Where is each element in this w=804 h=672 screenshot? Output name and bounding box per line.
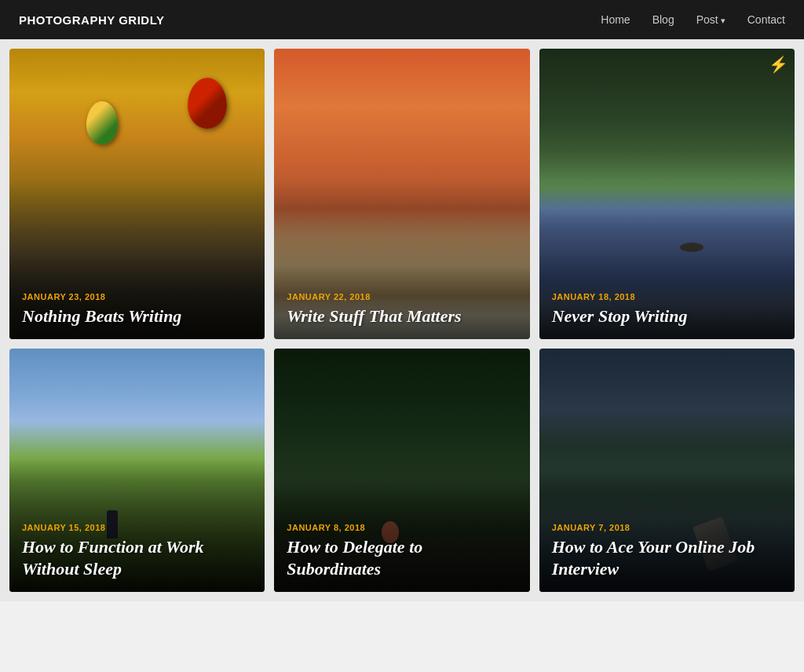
card-3-info: JANUARY 18, 2018 Never Stop Writing (552, 292, 782, 327)
card-2-info: JANUARY 22, 2018 Write Stuff That Matter… (287, 292, 517, 327)
nav-brand[interactable]: PHOTOGRAPHY GRIDLY (19, 13, 164, 27)
card-4-date: JANUARY 15, 2018 (22, 523, 252, 532)
card-never-stop-writing[interactable]: ⚡ JANUARY 18, 2018 Never Stop Writing (539, 49, 795, 339)
nav-link-home[interactable]: Home (601, 13, 630, 26)
card-6-info: JANUARY 7, 2018 How to Ace Your Online J… (552, 523, 782, 579)
card-4-title: How to Function at Work Without Sleep (22, 536, 252, 579)
card-3-title: Never Stop Writing (552, 305, 782, 327)
card-4-info: JANUARY 15, 2018 How to Function at Work… (22, 523, 252, 579)
card-1-date: JANUARY 23, 2018 (22, 292, 252, 301)
card-online-interview[interactable]: JANUARY 7, 2018 How to Ace Your Online J… (539, 349, 795, 592)
nav-links: Home Blog Post Contact (601, 13, 785, 27)
card-function-at-work[interactable]: JANUARY 15, 2018 How to Function at Work… (9, 349, 265, 592)
nav-item-post[interactable]: Post (696, 13, 725, 27)
card-5-info: JANUARY 8, 2018 How to Delegate to Subor… (287, 523, 517, 579)
card-1-info: JANUARY 23, 2018 Nothing Beats Writing (22, 292, 252, 327)
lightning-badge: ⚡ (769, 55, 788, 74)
nav-link-blog[interactable]: Blog (652, 13, 674, 26)
post-grid: JANUARY 23, 2018 Nothing Beats Writing J… (0, 39, 804, 601)
card-6-title: How to Ace Your Online Job Interview (552, 536, 782, 579)
nav-link-post[interactable]: Post (696, 13, 725, 26)
nav-item-blog[interactable]: Blog (652, 13, 674, 27)
nav-item-home[interactable]: Home (601, 13, 630, 27)
card-nothing-beats-writing[interactable]: JANUARY 23, 2018 Nothing Beats Writing (9, 49, 265, 339)
nav-item-contact[interactable]: Contact (747, 13, 785, 27)
card-delegate[interactable]: JANUARY 8, 2018 How to Delegate to Subor… (274, 349, 529, 592)
card-1-title: Nothing Beats Writing (22, 305, 252, 327)
card-2-title: Write Stuff That Matters (287, 305, 517, 327)
card-6-date: JANUARY 7, 2018 (552, 523, 782, 532)
card-5-date: JANUARY 8, 2018 (287, 523, 517, 532)
card-5-title: How to Delegate to Subordinates (287, 536, 517, 579)
card-write-stuff[interactable]: JANUARY 22, 2018 Write Stuff That Matter… (274, 49, 529, 339)
navbar: PHOTOGRAPHY GRIDLY Home Blog Post Contac… (0, 0, 804, 39)
card-3-date: JANUARY 18, 2018 (552, 292, 782, 301)
card-2-date: JANUARY 22, 2018 (287, 292, 517, 301)
nav-link-contact[interactable]: Contact (747, 13, 785, 26)
